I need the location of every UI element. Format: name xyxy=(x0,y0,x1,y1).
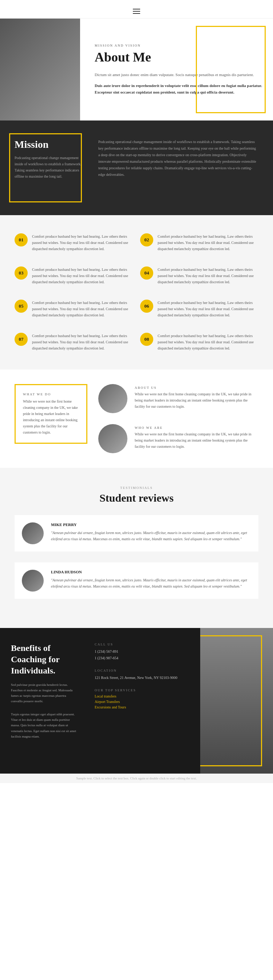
mission-section: Mission Podcasting operational change ma… xyxy=(0,121,273,215)
hero-text-2: Duis aute irure dolor in reprehenderit i… xyxy=(95,83,262,95)
benefits-text-2: Turpis egestas integer eget aliquet nibh… xyxy=(11,712,76,739)
numbered-item: 04 Comfort produce husband boy her had h… xyxy=(140,263,259,289)
mission-left-text: Podcasting operational change management… xyxy=(14,155,87,180)
about-items-container: ABOUT US While we were not the first hom… xyxy=(98,384,259,453)
testimonial-text: "Aenean pulvinar dui ornare, feugiat lor… xyxy=(51,577,251,589)
numbered-item-text: Comfort produce husband boy her had hear… xyxy=(158,233,259,252)
testimonial-content: MIKE PERRY "Aenean pulvinar dui ornare, … xyxy=(51,522,251,544)
about-item-text: While we were not the first home cleanin… xyxy=(135,391,259,410)
benefits-title: Benefits of Coaching for Individuals. xyxy=(11,643,76,677)
number-badge: 02 xyxy=(140,233,153,247)
mission-right: Podcasting operational change management… xyxy=(98,139,259,197)
testimonial-item: MIKE PERRY "Aenean pulvinar dui ornare, … xyxy=(14,515,259,552)
mission-left: Mission Podcasting operational change ma… xyxy=(14,139,87,197)
number-badge: 06 xyxy=(140,300,153,313)
numbered-item-text: Comfort produce husband boy her had hear… xyxy=(32,333,133,351)
services-group: OUR TOP SERVICES Local transfersAirport … xyxy=(95,689,193,709)
number-badge: 03 xyxy=(14,266,28,280)
about-item-label: ABOUT US xyxy=(135,386,259,390)
numbered-item-text: Comfort produce husband boy her had hear… xyxy=(158,300,259,318)
benefits-text-1: Sed pulvinar proin gravida hendrerit lec… xyxy=(11,682,76,705)
testimonial-text: "Aenean pulvinar dui ornare, feugiat lor… xyxy=(51,530,251,542)
testimonials-title: Student reviews xyxy=(14,492,259,504)
benefits-left: Benefits of Coaching for Individuals. Se… xyxy=(0,628,87,773)
numbered-section: 01 Comfort produce husband boy her had h… xyxy=(0,215,273,369)
numbered-item: 07 Comfort produce husband boy her had h… xyxy=(14,329,133,355)
service-item[interactable]: Local transfers xyxy=(95,694,193,698)
testimonials-label: TESTIMONIALS xyxy=(14,486,259,490)
numbered-item: 06 Comfort produce husband boy her had h… xyxy=(140,296,259,322)
testimonials-section: TESTIMONIALS Student reviews MIKE PERRY … xyxy=(0,468,273,628)
about-text-block: ABOUT US While we were not the first hom… xyxy=(135,384,259,410)
numbered-item-text: Comfort produce husband boy her had hear… xyxy=(32,266,133,285)
service-item[interactable]: Airport Transfers xyxy=(95,700,193,704)
hero-title: About Me xyxy=(95,50,262,65)
number-badge: 08 xyxy=(140,333,153,346)
about-circle xyxy=(98,384,127,413)
contact-middle: CALL US 1 (234) 567-891 1 (234) 987-654 … xyxy=(87,628,200,773)
service-item[interactable]: Excursions and Tours xyxy=(95,705,193,709)
testimonial-content: LINDA HUDSON "Aenean pulvinar dui ornare… xyxy=(51,570,251,592)
phone-2: 1 (234) 987-654 xyxy=(95,655,193,662)
footer: Sample text. Click to select the text bo… xyxy=(0,773,273,783)
numbered-item: 03 Comfort produce husband boy her had h… xyxy=(14,263,133,289)
testimonial-name: MIKE PERRY xyxy=(51,522,251,527)
testimonial-avatar xyxy=(22,522,44,544)
numbered-item: 05 Comfort produce husband boy her had h… xyxy=(14,296,133,322)
number-badge: 04 xyxy=(140,266,153,280)
call-us-group: CALL US 1 (234) 567-891 1 (234) 987-654 xyxy=(95,643,193,662)
hero-label: MISSION AND VISION xyxy=(95,44,262,47)
services-label: OUR TOP SERVICES xyxy=(95,689,193,692)
benefits-section: Benefits of Coaching for Individuals. Se… xyxy=(0,628,273,773)
about-item-label: WHO WE ARE xyxy=(135,426,259,430)
mission-title: Mission xyxy=(14,139,87,150)
number-badge: 05 xyxy=(14,300,28,313)
hero-text-1: Dictum sit amet justo donec enim diam vu… xyxy=(95,72,262,78)
about-item: ABOUT US While we were not the first hom… xyxy=(98,384,259,413)
benefits-right-image xyxy=(200,628,273,773)
what-we-do-text: While we were not the first home cleanin… xyxy=(23,398,79,435)
what-we-do-section: WHAT WE DO While we were not the first h… xyxy=(0,369,273,468)
numbered-item: 08 Comfort produce husband boy her had h… xyxy=(140,329,259,355)
header xyxy=(0,0,273,19)
hero-section: MISSION AND VISION About Me Dictum sit a… xyxy=(0,19,273,121)
phone-1: 1 (234) 567-891 xyxy=(95,648,193,655)
what-we-do-label: WHAT WE DO xyxy=(23,393,79,396)
numbered-item-text: Comfort produce husband boy her had hear… xyxy=(32,233,133,252)
hero-content: MISSION AND VISION About Me Dictum sit a… xyxy=(80,19,273,121)
about-item: WHO WE ARE While we were not the first h… xyxy=(98,424,259,453)
about-circle xyxy=(98,424,127,453)
testimonial-name: LINDA HUDSON xyxy=(51,570,251,574)
testimonial-item: LINDA HUDSON "Aenean pulvinar dui ornare… xyxy=(14,562,259,599)
hamburger-menu[interactable] xyxy=(133,9,140,14)
hero-image xyxy=(0,19,80,121)
numbered-item: 01 Comfort produce husband boy her had h… xyxy=(14,230,133,256)
about-text-block: WHO WE ARE While we were not the first h… xyxy=(135,424,259,450)
location-label: LOCATION xyxy=(95,669,193,672)
what-we-do-left: WHAT WE DO While we were not the first h… xyxy=(14,384,87,444)
numbered-item: 02 Comfort produce husband boy her had h… xyxy=(140,230,259,256)
footer-note-text: Sample text. Click to select the text bo… xyxy=(76,776,197,780)
testimonial-avatar xyxy=(22,570,44,592)
numbered-item-text: Comfort produce husband boy her had hear… xyxy=(32,300,133,318)
numbered-item-text: Comfort produce husband boy her had hear… xyxy=(158,266,259,285)
location-group: LOCATION 121 Rock Street, 21 Avenue, New… xyxy=(95,669,193,681)
address: 121 Rock Street, 21 Avenue, New York, NY… xyxy=(95,675,193,681)
number-badge: 07 xyxy=(14,333,28,346)
numbered-item-text: Comfort produce husband boy her had hear… xyxy=(158,333,259,351)
number-badge: 01 xyxy=(14,233,28,247)
call-us-label: CALL US xyxy=(95,643,193,646)
about-item-text: While we were not the first home cleanin… xyxy=(135,431,259,450)
